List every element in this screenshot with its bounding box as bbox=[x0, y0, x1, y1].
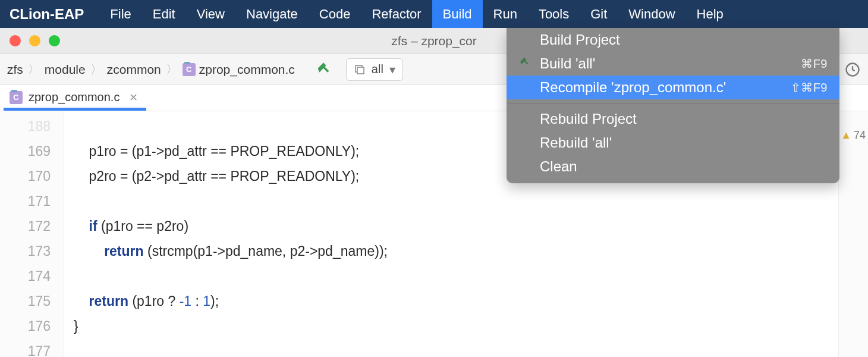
menu-view[interactable]: View bbox=[186, 0, 235, 28]
line-number: 170 bbox=[0, 164, 51, 189]
menu-code[interactable]: Code bbox=[309, 0, 361, 28]
recent-files-icon[interactable] bbox=[844, 61, 861, 78]
warning-count: 74 bbox=[854, 129, 866, 142]
build-menu-item[interactable]: Rebuild Project bbox=[507, 107, 839, 131]
traffic-lights bbox=[0, 35, 60, 46]
menu-git[interactable]: Git bbox=[580, 0, 618, 28]
build-menu-item[interactable]: Recompile 'zprop_common.c'⇧⌘F9 bbox=[507, 76, 839, 99]
build-menu-item[interactable]: Clean bbox=[507, 155, 839, 178]
window-title: zfs – zprop_cor bbox=[391, 34, 477, 48]
minimize-window-button[interactable] bbox=[29, 35, 40, 46]
breadcrumb[interactable]: zfs〉module〉zcommon〉Czprop_common.c bbox=[7, 61, 295, 77]
line-number: 177 bbox=[0, 339, 51, 357]
menu-help[interactable]: Help bbox=[686, 0, 734, 28]
code-line[interactable]: return (p1ro ? -1 : 1); bbox=[74, 289, 838, 314]
menu-run[interactable]: Run bbox=[483, 0, 528, 28]
menu-item-label: Recompile 'zprop_common.c' bbox=[540, 79, 782, 96]
menu-item-shortcut: ⇧⌘F9 bbox=[791, 80, 828, 95]
line-number: 174 bbox=[0, 264, 51, 289]
code-line[interactable] bbox=[74, 264, 838, 289]
warnings-badge[interactable]: ▲ 74 bbox=[841, 129, 866, 142]
menu-item-label: Clean bbox=[540, 158, 828, 175]
hammer-icon bbox=[518, 55, 532, 72]
build-menu-item[interactable]: Rebuild 'all' bbox=[507, 131, 839, 155]
breadcrumb-part[interactable]: zcommon bbox=[107, 62, 161, 77]
line-number: 175 bbox=[0, 289, 51, 314]
menu-item-label: Rebuild Project bbox=[540, 111, 828, 127]
line-number-gutter: 188169170171172173174175176177 bbox=[0, 111, 64, 357]
run-config-label: all bbox=[372, 62, 383, 76]
line-number: 176 bbox=[0, 314, 51, 339]
svg-rect-1 bbox=[357, 67, 364, 74]
window-stack-icon bbox=[354, 64, 366, 76]
menu-window[interactable]: Window bbox=[618, 0, 685, 28]
menu-navigate[interactable]: Navigate bbox=[235, 0, 309, 28]
app-name: CLion-EAP bbox=[10, 6, 84, 23]
c-file-icon: C bbox=[10, 91, 23, 104]
menu-tools[interactable]: Tools bbox=[528, 0, 580, 28]
chevron-right-icon: 〉 bbox=[88, 61, 105, 77]
code-line[interactable]: } bbox=[74, 314, 838, 339]
menu-item-label: Build Project bbox=[540, 32, 828, 48]
run-config-dropdown[interactable]: all ▾ bbox=[346, 58, 403, 81]
line-number: 171 bbox=[0, 189, 51, 214]
menu-file[interactable]: File bbox=[99, 0, 141, 28]
line-number: 173 bbox=[0, 239, 51, 264]
menu-item-label: Build 'all' bbox=[540, 55, 792, 72]
code-line[interactable] bbox=[74, 339, 838, 357]
menubar: CLion-EAP FileEditViewNavigateCodeRefact… bbox=[0, 0, 868, 28]
tab-zprop-common[interactable]: C zprop_common.c ✕ bbox=[4, 86, 146, 111]
menu-edit[interactable]: Edit bbox=[142, 0, 186, 28]
menu-item-label: Rebuild 'all' bbox=[540, 134, 828, 151]
chevron-down-icon: ▾ bbox=[389, 62, 395, 77]
breadcrumb-part[interactable]: module bbox=[45, 62, 86, 77]
line-number: 172 bbox=[0, 214, 51, 239]
build-hammer-icon[interactable] bbox=[315, 61, 332, 78]
menu-separator bbox=[507, 103, 839, 104]
right-gutter: ▲ 74 bbox=[838, 111, 868, 357]
breadcrumb-part[interactable]: zfs bbox=[7, 62, 23, 77]
menu-build[interactable]: Build bbox=[432, 0, 483, 28]
build-menu-item[interactable]: Build 'all'⌘F9 bbox=[507, 52, 839, 76]
build-menu-dropdown[interactable]: Build ProjectBuild 'all'⌘F9Recompile 'zp… bbox=[507, 28, 839, 183]
close-tab-icon[interactable]: ✕ bbox=[129, 91, 138, 104]
tab-label: zprop_common.c bbox=[29, 90, 119, 104]
menu-item-shortcut: ⌘F9 bbox=[801, 57, 828, 71]
line-number: 169 bbox=[0, 139, 51, 164]
chevron-right-icon: 〉 bbox=[163, 61, 180, 77]
code-line[interactable]: if (p1ro == p2ro) bbox=[74, 214, 838, 239]
code-line[interactable]: return (strcmp(p1->pd_name, p2->pd_name)… bbox=[74, 239, 838, 264]
build-menu-item[interactable]: Build Project bbox=[507, 28, 839, 52]
chevron-right-icon: 〉 bbox=[26, 61, 42, 77]
close-window-button[interactable] bbox=[10, 35, 21, 46]
code-line[interactable] bbox=[74, 189, 838, 214]
warning-icon: ▲ bbox=[841, 129, 851, 142]
line-number: 188 bbox=[0, 114, 51, 139]
c-file-icon: C bbox=[183, 63, 196, 76]
menu-refactor[interactable]: Refactor bbox=[361, 0, 432, 28]
maximize-window-button[interactable] bbox=[49, 35, 60, 46]
breadcrumb-part[interactable]: Czprop_common.c bbox=[183, 62, 295, 77]
